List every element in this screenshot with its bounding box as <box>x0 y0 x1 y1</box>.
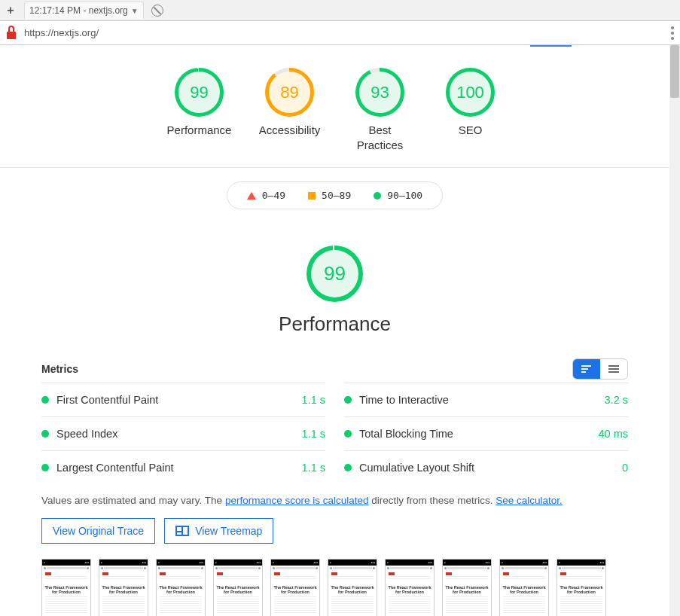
footnote-text2: directly from these metrics. <box>368 495 496 506</box>
progress-indicator <box>530 45 571 47</box>
performance-gauge: 99 <box>306 245 363 302</box>
status-dot-icon <box>41 430 49 438</box>
gauge-ring: 99 <box>175 68 224 117</box>
metric-row[interactable]: Speed Index1.1 s <box>41 416 325 450</box>
chevron-down-icon: ▼ <box>131 7 139 15</box>
new-tab-button[interactable]: + <box>5 5 17 17</box>
gauge-ring: 93 <box>355 68 404 117</box>
metrics-heading: Metrics <box>41 363 78 375</box>
metrics-grid: First Contentful Paint1.1 sTime to Inter… <box>41 383 628 484</box>
gauge-accessibility[interactable]: 89Accessibility <box>256 68 324 152</box>
gauge-label: Performance <box>167 123 232 138</box>
tab-bar: + 12:17:14 PM - nextjs.org ▼ <box>0 0 680 21</box>
filmstrip: ●●●● The React Framework for Production●… <box>41 559 628 616</box>
metric-row[interactable]: Cumulative Layout Shift0 <box>344 450 628 484</box>
scrollbar[interactable] <box>669 45 680 616</box>
tri-icon <box>247 192 256 200</box>
tab[interactable]: 12:17:14 PM - nextjs.org ▼ <box>24 2 144 19</box>
gauge-score: 93 <box>359 72 401 113</box>
lines-icon <box>608 364 620 374</box>
gauge-label: Accessibility <box>259 123 321 138</box>
status-dot-icon <box>41 464 49 471</box>
gauge-ring: 89 <box>265 68 314 117</box>
metric-row[interactable]: Time to Interactive3.2 s <box>344 383 628 416</box>
legend-label: 90–100 <box>387 190 422 201</box>
metric-name: Cumulative Layout Shift <box>359 462 614 474</box>
filmstrip-thumbnail[interactable]: ●●●● The React Framework for Production <box>270 559 320 616</box>
status-dot-icon <box>344 430 352 438</box>
menu-button[interactable] <box>671 26 674 40</box>
circ-icon <box>374 192 381 200</box>
score-gauges: 99Performance89Accessibility93Best Pract… <box>0 45 669 168</box>
filmstrip-thumbnail[interactable]: ●●●● The React Framework for Production <box>442 559 492 616</box>
performance-title: Performance <box>279 313 391 336</box>
gauge-seo[interactable]: 100SEO <box>437 68 505 152</box>
scrollbar-thumb[interactable] <box>670 45 679 98</box>
toggle-condensed-button[interactable] <box>573 359 600 379</box>
legend-row: 0–4950–8990–100 <box>0 168 669 223</box>
gauge-best-practices[interactable]: 93Best Practices <box>346 68 414 152</box>
metrics-header: Metrics <box>41 358 628 380</box>
performance-header: 99 Performance <box>41 245 628 336</box>
score-legend: 0–4950–8990–100 <box>227 181 443 209</box>
metric-name: Largest Contentful Paint <box>56 462 294 474</box>
filmstrip-thumbnail[interactable]: ●●●● The React Framework for Production <box>213 559 263 616</box>
view-treemap-button[interactable]: View Treemap <box>164 518 273 544</box>
filmstrip-thumbnail[interactable]: ●●●● The React Framework for Production <box>499 559 549 616</box>
view-trace-button[interactable]: View Original Trace <box>41 518 155 544</box>
metric-row[interactable]: Largest Contentful Paint1.1 s <box>41 450 325 484</box>
treemap-icon <box>175 526 189 536</box>
metric-name: First Contentful Paint <box>56 394 294 406</box>
toggle-expanded-button[interactable] <box>600 359 627 379</box>
metrics-footnote: Values are estimated and may vary. The p… <box>41 495 628 506</box>
gauge-label: SEO <box>459 123 483 138</box>
legend-label: 0–49 <box>262 190 285 201</box>
tab-label: 12:17:14 PM - nextjs.org <box>29 5 128 16</box>
gauge-score: 89 <box>269 72 310 113</box>
report-content: 99Performance89Accessibility93Best Pract… <box>0 45 680 616</box>
performance-section: 99 Performance Metrics First Contentful … <box>0 223 669 616</box>
footnote-text: Values are estimated and may vary. The <box>41 495 225 506</box>
viewport: 99Performance89Accessibility93Best Pract… <box>0 45 680 616</box>
gauge-score: 99 <box>311 250 358 297</box>
status-dot-icon <box>344 396 352 404</box>
filmstrip-thumbnail[interactable]: ●●●● The React Framework for Production <box>385 559 435 616</box>
filmstrip-thumbnail[interactable]: ●●●● The React Framework for Production <box>41 559 91 616</box>
metrics-view-toggle <box>572 358 628 380</box>
gauge-ring: 100 <box>446 68 495 117</box>
metric-value: 40 ms <box>599 428 629 440</box>
metric-value: 1.1 s <box>302 462 325 474</box>
address-bar: https://nextjs.org/ <box>0 21 680 45</box>
sq-icon <box>308 192 316 200</box>
url-field[interactable]: https://nextjs.org/ <box>24 27 663 38</box>
metric-name: Speed Index <box>56 428 294 440</box>
metric-value: 3.2 s <box>605 394 628 406</box>
button-label: View Treemap <box>195 525 262 537</box>
filmstrip-thumbnail[interactable]: ●●●● The React Framework for Production <box>99 559 148 616</box>
calc-link[interactable]: performance score is calculated <box>225 495 369 506</box>
metric-value: 1.1 s <box>302 428 325 440</box>
metric-value: 1.1 s <box>302 394 325 406</box>
gauge-score: 100 <box>450 72 491 113</box>
cancel-icon[interactable] <box>151 5 163 17</box>
filmstrip-thumbnail[interactable]: ●●●● The React Framework for Production <box>557 559 606 616</box>
status-dot-icon <box>344 464 352 471</box>
filmstrip-thumbnail[interactable]: ●●●● The React Framework for Production <box>156 559 206 616</box>
gauge-performance[interactable]: 99Performance <box>166 68 233 152</box>
metric-value: 0 <box>622 462 628 474</box>
metric-row[interactable]: First Contentful Paint1.1 s <box>41 383 325 416</box>
action-buttons: View Original Trace View Treemap <box>41 518 628 544</box>
gauge-score: 99 <box>178 72 220 113</box>
metric-row[interactable]: Total Blocking Time40 ms <box>344 416 628 450</box>
legend-item: 90–100 <box>374 190 422 201</box>
calculator-link[interactable]: See calculator. <box>496 495 563 506</box>
gauge-label: Best Practices <box>346 123 414 152</box>
metric-name: Time to Interactive <box>359 394 597 406</box>
lock-icon[interactable] <box>6 27 17 39</box>
bars-icon <box>581 364 593 374</box>
button-label: View Original Trace <box>53 525 144 537</box>
status-dot-icon <box>41 396 49 404</box>
metric-name: Total Blocking Time <box>359 428 591 440</box>
legend-item: 50–89 <box>308 190 351 201</box>
filmstrip-thumbnail[interactable]: ●●●● The React Framework for Production <box>328 559 377 616</box>
